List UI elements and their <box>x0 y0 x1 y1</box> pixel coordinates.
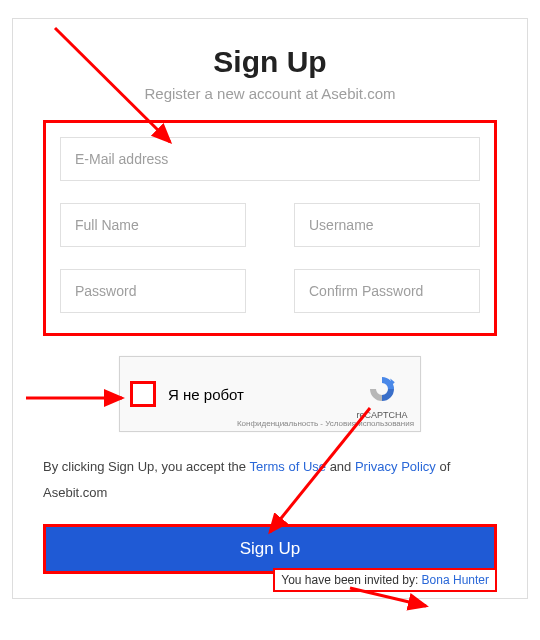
recaptcha-widget: Я не робот reCAPTCHA Конфиденциальность … <box>119 356 421 432</box>
captcha-container: Я не робот reCAPTCHA Конфиденциальность … <box>43 356 497 432</box>
signup-button[interactable]: Sign Up <box>46 527 494 571</box>
page-subtitle: Register a new account at Asebit.com <box>43 85 497 102</box>
terms-of-use-link[interactable]: Terms of Use <box>249 459 326 474</box>
signup-button-highlight-box: Sign Up <box>43 524 497 574</box>
captcha-checkbox[interactable] <box>130 381 156 407</box>
captcha-terms: Конфиденциальность - Условия использован… <box>237 419 414 428</box>
username-field[interactable] <box>294 203 480 247</box>
signup-card: Sign Up Register a new account at Asebit… <box>12 18 528 599</box>
password-field[interactable] <box>60 269 246 313</box>
inviter-link[interactable]: Bona Hunter <box>422 573 489 587</box>
privacy-policy-link[interactable]: Privacy Policy <box>355 459 436 474</box>
captcha-privacy-link[interactable]: Конфиденциальность <box>237 419 318 428</box>
fields-highlight-box <box>43 120 497 336</box>
invited-by-badge: You have been invited by: Bona Hunter <box>273 568 497 592</box>
fullname-field[interactable] <box>60 203 246 247</box>
consent-text: By clicking Sign Up, you accept the Term… <box>43 454 497 506</box>
confirm-password-field[interactable] <box>294 269 480 313</box>
captcha-label: Я не робот <box>168 386 244 403</box>
captcha-terms-link[interactable]: Условия использования <box>325 419 414 428</box>
recaptcha-icon <box>367 374 397 408</box>
email-field[interactable] <box>60 137 480 181</box>
page-title: Sign Up <box>43 45 497 79</box>
